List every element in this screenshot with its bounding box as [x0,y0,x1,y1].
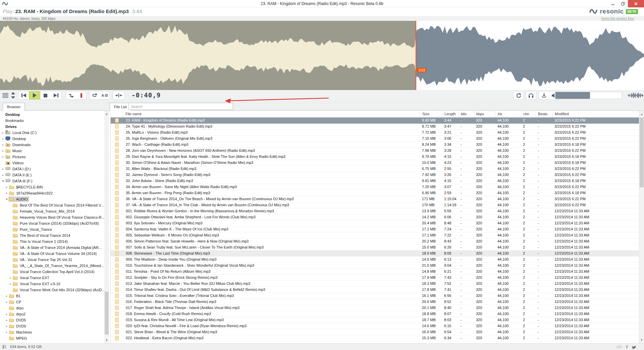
table-row[interactable]: 014. Timur Shafiev feat. Dasha - Out Of … [111,287,644,293]
sidebar-item-local-disk-c[interactable]: ▸Local Disk (C:) [0,130,104,136]
table-row[interactable]: 010. Touchstone & Ian Standerwick - Shes… [111,263,644,269]
minimize-button[interactable] [608,0,618,7]
sidebar-item-music[interactable]: ▸♪Music [0,148,104,154]
table-row[interactable]: 019. Susana & Rex Mundi - All Time Low (… [111,317,644,323]
expand-icon[interactable]: ▸ [1,143,5,146]
col-length[interactable]: Length [442,111,459,117]
sidebar-item-machines[interactable]: ▸Machines [0,329,104,335]
sidebar-item-va-a-state-of-trance-2014-arma[interactable]: VA - A State of Trance 2014 (Armada Digi… [0,245,104,251]
expand-icon[interactable]: ▸ [1,131,5,134]
table-row[interactable]: 002. Giuseppe Ottaviani feat. Amba Sheph… [111,214,644,220]
close-button[interactable]: ✕ [628,0,644,7]
sidebar-item-female-vocal-trance-mix-2014[interactable]: Female_Vocal_Trance_Mix_2014 [0,208,104,214]
expand-icon[interactable]: ▸ [1,149,5,152]
scroll-down-icon[interactable]: ▼ [104,339,109,342]
snap-playhead-button[interactable] [113,91,124,99]
sidebar-item-best-of-the-best-of-vocal-tran[interactable]: Best Of The Best Of Vocal Trance 2014 Fi… [0,202,104,208]
col-hz[interactable]: Hz [495,111,521,117]
sidebar-item-vocal-trance-ext[interactable]: ▸Vocal Trance EXT [0,275,104,281]
record-indicator-button[interactable] [76,91,86,99]
expand-icon[interactable]: ▸ [5,185,8,189]
sleep-indicator[interactable]: zZz [616,345,622,349]
table-row[interactable]: 015. Tritonal feat. Cristina Soto - Ever… [111,293,644,299]
table-row[interactable]: 25. MaRLo - Visions (Radio Edit).mp37.72… [111,130,644,136]
table-row[interactable]: 31. Allen Watts - Blackout (Radio Edit).… [111,166,644,172]
expand-icon[interactable]: ▸ [1,173,5,177]
sidebar-item-videos[interactable]: Videos [0,160,104,166]
sidebar-item-recycle-bin[interactable]: ▸$RECYCLE.BIN [0,184,104,190]
sidebar-item-downloads[interactable]: ▸Downloads [0,142,104,148]
expand-icon[interactable]: ▸ [1,167,5,171]
scroll-up-icon[interactable]: ▲ [639,113,644,116]
col-kbps[interactable]: kbps [474,111,495,117]
table-row[interactable]: 32. James Dymond - Siren's Song (Radio E… [111,172,644,178]
table-row[interactable]: 29. Dart Rayne & Yura Moonlight feat. Ka… [111,154,644,160]
sidebar-item-this-is-vocal-trance-1-2014[interactable]: This Is Vocal Trance 1 (2014) [0,238,104,245]
expand-icon[interactable]: ▸ [5,318,8,322]
sidebar-item-drives[interactable]: Drives [0,124,104,130]
expand-icon[interactable]: ▸ [5,331,8,334]
loop-button[interactable] [90,91,100,99]
sidebar-item-audio[interactable]: ▾AUDIO [0,196,104,202]
scroll-down-icon[interactable]: ▼ [639,338,644,342]
table-row[interactable]: 35. Armin van Buuren - Ping Pong (Radio … [111,190,644,196]
sidebar-item-vocal-trance-ext-v-9-10[interactable]: ▸Vocal Trance EXT v.9-10 [0,281,104,287]
table-row[interactable]: 008. Stonewave - The Last Time (Original… [111,251,644,257]
table-row[interactable]: 013. Jake Shanahan feat. Marcie - You Be… [111,281,644,287]
col-chn[interactable]: chn [521,111,536,117]
table-row[interactable]: 26. Inge Bergmann - Oblivion (Original M… [111,136,644,142]
play-button[interactable] [29,91,40,99]
sidebar-item-vocal-trance-collection-top-ap[interactable]: Vocal Trance Collection Top April Vol.3 … [0,269,104,275]
collapse-icon[interactable]: ▾ [5,198,8,201]
table-row[interactable]: 020. tyDi feat. Christina Novelli - Fire… [111,323,644,329]
ab-repeat-button[interactable]: A-B [100,91,110,99]
sidebar-item-bookmarks[interactable]: Bookmarks [0,118,104,124]
table-row[interactable]: 003. Ilya Soloviev - Mercury (Original M… [111,220,644,226]
sidebar-item-data-ii-e[interactable]: ▸DATA II (E:) [0,172,104,178]
table-row[interactable]: 011. Tenishia - Point Of No Return (Albu… [111,269,644,275]
expand-icon[interactable]: ▸ [9,282,12,286]
table-row[interactable]: 24. Type 41 - Mythology (Dimension Radio… [111,124,644,130]
sidebar-scrollbar[interactable]: ▲ ▼ [104,111,109,343]
time-display[interactable]: -0:40,9 [131,91,161,99]
expand-icon[interactable]: ▸ [5,300,8,304]
table-row[interactable]: 33. John Askew - Shine (Radio Edit).mp39… [111,178,644,184]
sidebar-item-pictures[interactable]: ▸Pictures [0,154,104,160]
support-link[interactable]: Keep the project free [601,16,634,21]
sidebar-item-va-a-state-of-trance-yearmix-2[interactable]: VA_-_A_State_Of_Trance_Yearmix_2014_(Mix… [0,263,104,269]
expand-icon[interactable]: ▸ [5,294,8,298]
expand-icon[interactable]: ▸ [5,312,8,316]
table-row[interactable]: 34. Armin van Buuren - Save My Night (Al… [111,184,644,190]
facebook-icon[interactable]: f [625,345,629,349]
sidebar-item-heavenly-voices-best-of-vocal-[interactable]: Heavenly Voices Best Of Vocal Trance Cla… [0,214,104,220]
table-scrollbar[interactable]: ▲ ▼ [639,111,644,343]
search-input[interactable] [128,103,233,110]
sidebar-item-desktop[interactable]: ▸Desktop [0,136,104,142]
table-row[interactable]: 006. Simon Patterson feat. Sarah Howells… [111,238,644,245]
table-row[interactable]: 23. RAM - Kingdom of Dreams (Radio Edit)… [111,118,644,124]
table-row[interactable]: 37. VA - A State of Trance 2014_In The C… [111,202,644,208]
sidebar-item-desktop[interactable]: Desktop [0,112,104,118]
sidebar-item-187a296eaa944cc922[interactable]: ▸187a296eaa944cc922 [0,190,104,196]
tab-browser[interactable]: Browser [3,103,25,111]
sidebar-item-b1[interactable]: ▸B1 [0,293,104,299]
col-size[interactable]: Size [420,111,442,117]
sidebar-item-pure-vocal-trance-2014-320kbps[interactable]: Pure Vocal Trance (2014) (320kbps) (AciD… [0,220,104,226]
waveform-display[interactable]: 3:03 [0,21,644,90]
table-row[interactable]: 36. VA - A State of Trance 2014_On The B… [111,196,644,202]
sidebar-item-cp[interactable]: ▸CP [0,299,104,305]
spectrum-icon[interactable] [628,92,643,98]
refresh-button[interactable] [514,91,524,99]
collapse-icon[interactable]: ▾ [1,179,5,183]
sidebar-item-pure-vocal-trance[interactable]: Pure_Vocal_Trance [0,226,104,232]
previous-button[interactable] [18,91,29,99]
spinner-control[interactable] [11,92,15,99]
table-row[interactable]: 009. The Madison - Deep Inside You (Orig… [111,257,644,263]
table-row[interactable]: 007. Solis & Sean Truby feat. Sue McLare… [111,245,644,251]
expand-icon[interactable]: ▸ [9,276,12,279]
col-file-name[interactable]: File name [123,111,420,117]
sidebar-item-va-a-state-of-vocal-trance-vol[interactable]: VA - A State Of Vocal Trance Volume 34 (… [0,251,104,257]
table-row[interactable]: 016. Federation - Black Tide (Thomas Dat… [111,299,644,305]
table-row[interactable]: 30. Simon O'Shine & Adam Navel - Maratho… [111,160,644,166]
table-row[interactable]: 27. Wach - Carthage (Radio Edit).mp38.24… [111,142,644,148]
